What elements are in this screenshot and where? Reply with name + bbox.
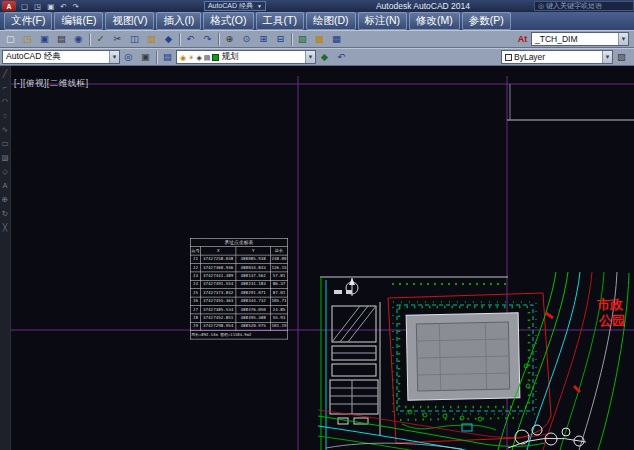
- hatch-icon[interactable]: ▨: [0, 152, 10, 164]
- chevron-down-icon[interactable]: ▼: [109, 51, 119, 63]
- menu-file[interactable]: 文件(F): [4, 12, 52, 30]
- workspace-settings-icon[interactable]: ◎: [120, 50, 137, 65]
- layer-freeze-icon: ☀: [188, 54, 194, 61]
- layer-select[interactable]: ◉ ☀ ◈ ▤ 规划 ▼: [176, 50, 316, 64]
- autocad-window: A ▢ ◳ ▣ ↶ ↷ AutoCAD 经典 ▼ Autodesk AutoCA…: [0, 0, 634, 450]
- menu-tools[interactable]: 工具(T): [256, 12, 304, 30]
- plot-preview-icon[interactable]: ◉: [70, 32, 87, 47]
- redo-icon[interactable]: ↷: [199, 32, 216, 47]
- coord-cell: 488291.071: [236, 289, 271, 297]
- properties-palette-icon[interactable]: ▧: [294, 32, 311, 47]
- rectangle-icon[interactable]: ▭: [0, 138, 10, 150]
- qat-undo-icon[interactable]: ↶: [57, 1, 69, 12]
- pan-icon[interactable]: ⊕: [221, 32, 238, 47]
- cut-icon[interactable]: ✂: [109, 32, 126, 47]
- draw-toolbar: ╱ ⌐ ◠ ○ ∿ ▭ ▨ ◇ A ⊕ ↻ ╳: [0, 66, 11, 450]
- chevron-down-icon[interactable]: ▼: [602, 51, 612, 63]
- window-title: Autodesk AutoCAD 2014: [376, 1, 470, 11]
- paste-icon[interactable]: ▥: [143, 32, 160, 47]
- legend-blocks: [330, 290, 378, 424]
- construction-lines: [0, 76, 634, 450]
- qat-new-icon[interactable]: ▢: [18, 1, 31, 12]
- text-icon[interactable]: A: [0, 180, 10, 192]
- menu-view[interactable]: 视图(V): [105, 12, 154, 30]
- zoom-window-icon[interactable]: ⊞: [255, 32, 272, 47]
- match-properties-icon[interactable]: ◆: [160, 32, 177, 47]
- spell-check-icon[interactable]: ✓: [92, 32, 109, 47]
- menu-dimension[interactable]: 标注(N): [358, 12, 408, 30]
- chevron-down-icon[interactable]: ▼: [618, 33, 628, 45]
- toolbar-separator: [179, 33, 180, 46]
- layer-properties-icon[interactable]: ▤: [159, 50, 176, 65]
- menu-insert[interactable]: 插入(I): [156, 12, 201, 30]
- coord-header: 边长: [271, 247, 288, 255]
- tool-palettes-icon[interactable]: ▦: [328, 32, 345, 47]
- coord-table-footer: 周长=892.53m 面积=11584.9m2: [190, 331, 287, 339]
- menu-parametric[interactable]: 参数(P): [462, 12, 511, 30]
- qat-redo-icon[interactable]: ↷: [70, 1, 82, 12]
- coord-cell: 37427455.363: [201, 297, 236, 305]
- dim-style-select[interactable]: _TCH_DIM ▼: [531, 32, 629, 46]
- table-row: J1 37427258.048 488085.938 248.00: [190, 255, 287, 263]
- undo-icon[interactable]: ↶: [182, 32, 199, 47]
- erase-icon[interactable]: ╳: [0, 222, 10, 234]
- coord-cell: 37427491.554: [201, 280, 236, 288]
- circle-icon[interactable]: ○: [0, 110, 10, 122]
- drawing-content: 市政 公园: [0, 66, 634, 450]
- standard-toolbar: ▢ ◳ ▣ ▤ ◉ ✓ ✂ ◫ ▥ ◆ ↶ ↷ ⊕ ⊙ ⊞ ⊟ ▧ ▩ ▦ At…: [0, 30, 634, 48]
- table-row: J3 37427441.489 488137.562 57.81: [190, 272, 287, 280]
- tarch-dim-icon[interactable]: At: [514, 32, 531, 47]
- viewport-controls[interactable]: [-][俯视][二维线框]: [14, 78, 89, 90]
- display-icon[interactable]: ▣: [137, 50, 154, 65]
- coord-cell: 488231.183: [236, 280, 271, 288]
- menu-edit[interactable]: 编辑(E): [54, 12, 103, 30]
- coord-cell: J5: [190, 289, 200, 297]
- copy-icon[interactable]: ◫: [126, 32, 143, 47]
- properties-icon[interactable]: ▧: [613, 50, 630, 65]
- layer-previous-icon[interactable]: ↶: [333, 50, 350, 65]
- move-icon[interactable]: ⊕: [0, 194, 10, 206]
- toolbar-separator: [291, 33, 292, 46]
- chevron-down-icon[interactable]: ▼: [305, 51, 315, 63]
- menu-format[interactable]: 格式(O): [203, 12, 253, 30]
- design-center-icon[interactable]: ▩: [311, 32, 328, 47]
- coord-table-title: 界址点坐标表: [190, 238, 287, 246]
- color-value: ByLayer: [514, 52, 545, 62]
- infocenter-search[interactable]: ◎ 键入关键字或短语: [534, 1, 634, 11]
- polygon-icon[interactable]: ◇: [0, 166, 10, 178]
- layer-name: 规划: [221, 51, 238, 63]
- polyline-icon[interactable]: ⌐: [0, 82, 10, 94]
- line-icon[interactable]: ╱: [0, 68, 10, 80]
- zoom-previous-icon[interactable]: ⊟: [272, 32, 289, 47]
- coord-cell: 488476.050: [236, 306, 271, 314]
- zoom-realtime-icon[interactable]: ⊙: [238, 32, 255, 47]
- table-title-row: 界址点坐标表: [190, 238, 287, 246]
- coord-cell: 488085.938: [236, 255, 271, 263]
- table-row: J7 37427385.534 488476.050 24.85: [190, 306, 287, 314]
- coord-cell: 105.71: [271, 297, 288, 305]
- make-object-layer-current-icon[interactable]: ◆: [316, 50, 333, 65]
- workspace-select[interactable]: AutoCAD 经典 ▼: [2, 50, 120, 64]
- table-row: J9 37427298.954 488520.975 101.19: [190, 322, 287, 330]
- coordinate-table: 界址点坐标表 点号 X Y 边长 J1 37427258.048 488085.…: [190, 238, 292, 336]
- new-icon[interactable]: ▢: [2, 32, 19, 47]
- save-icon[interactable]: ▣: [36, 32, 53, 47]
- app-logo-icon[interactable]: A: [2, 1, 16, 11]
- arc-icon[interactable]: ◠: [0, 96, 10, 108]
- menu-draw[interactable]: 绘图(D): [306, 12, 356, 30]
- coord-cell: 37427373.842: [201, 289, 236, 297]
- rotate-icon[interactable]: ↻: [0, 208, 10, 220]
- plot-icon[interactable]: ▤: [53, 32, 70, 47]
- coord-cell: 37427258.048: [201, 255, 236, 263]
- color-select[interactable]: ByLayer ▼: [501, 50, 613, 64]
- menu-modify[interactable]: 修改(M): [409, 12, 460, 30]
- spline-icon[interactable]: ∿: [0, 124, 10, 136]
- open-icon[interactable]: ◳: [19, 32, 36, 47]
- drawing-canvas[interactable]: 市政 公园 [-][俯视][二维线框] 界址点坐标表 点号 X Y 边长: [0, 66, 634, 450]
- qat-save-icon[interactable]: ▣: [44, 1, 57, 12]
- coord-cell: 101.19: [271, 322, 288, 330]
- coord-cell: 488344.732: [236, 297, 271, 305]
- qat-workspace-select[interactable]: AutoCAD 经典 ▼: [204, 1, 266, 11]
- toolbar-separator: [89, 33, 90, 46]
- qat-open-icon[interactable]: ◳: [31, 1, 44, 12]
